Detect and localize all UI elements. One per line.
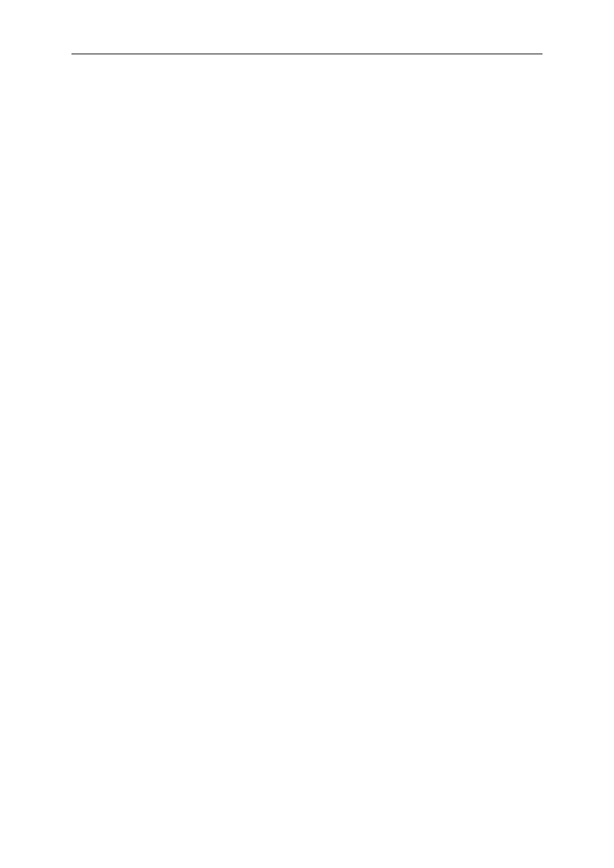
page-divider — [72, 54, 542, 54]
watermark: manualshive.com — [0, 0, 614, 54]
